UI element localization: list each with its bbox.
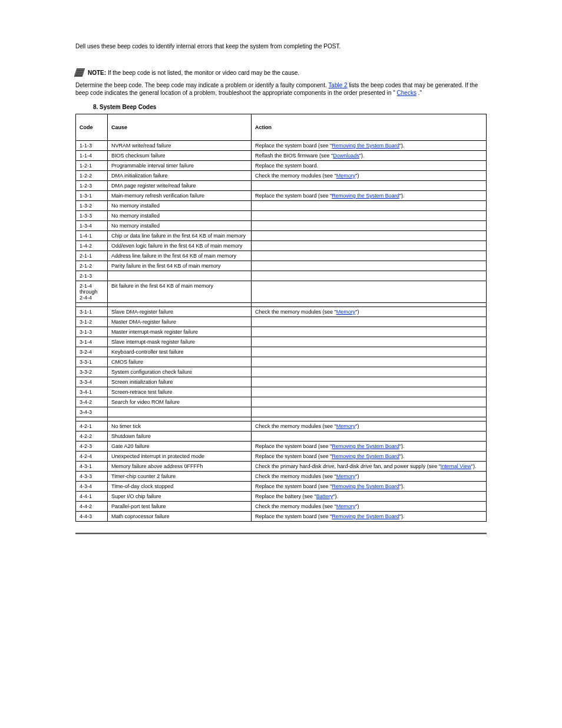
cell-action (252, 221, 487, 231)
cell-action (252, 431, 487, 442)
table-row: 3-3-1CMOS failure (76, 357, 487, 367)
cell-action (252, 201, 487, 211)
cell-cause: Math coprocessor failure (108, 512, 252, 522)
table-row: 1-3-3No memory installed (76, 211, 487, 221)
cell-action (252, 377, 487, 387)
table-row: 1-2-1Programmable interval timer failure… (76, 161, 487, 171)
cell-code: 4-2-2 (76, 431, 108, 442)
cell-code: 1-3-2 (76, 201, 108, 211)
cell-action: Reflash the BIOS firmware (see "Download… (252, 151, 487, 161)
cell-code: 3-1-1 (76, 307, 108, 317)
table-row: 1-3-2No memory installed (76, 201, 487, 211)
table-row: 3-1-1Slave DMA-register failureCheck the… (76, 307, 487, 317)
link-table-2[interactable]: Table 2 (328, 82, 347, 88)
cell-cause: CMOS failure (108, 357, 252, 367)
cell-action: Check the memory modules (see "Memory") (252, 502, 487, 512)
action-link[interactable]: Memory (336, 473, 356, 479)
table-row: 2-1-1Address line failure in the first 6… (76, 251, 487, 261)
action-link[interactable]: Removing the System Board (332, 513, 399, 519)
action-link[interactable]: Memory (336, 503, 356, 509)
table-row: 4-4-3Math coprocessor failureReplace the… (76, 512, 487, 522)
action-link[interactable]: Removing the System Board (332, 453, 399, 459)
cell-code: 4-4-2 (76, 502, 108, 512)
cell-cause: Odd/even logic failure in the first 64 K… (108, 241, 252, 251)
cell-code: 3-1-3 (76, 327, 108, 337)
cell-code: 2-1-1 (76, 251, 108, 261)
table-row: 3-4-2Search for video ROM failure (76, 397, 487, 407)
table-row: 1-2-2DMA initialization failureCheck the… (76, 171, 487, 181)
cell-code: 3-3-2 (76, 367, 108, 377)
table-row (76, 417, 487, 421)
action-link[interactable]: Removing the System Board (332, 193, 399, 199)
cell-code: 3-3-4 (76, 377, 108, 387)
cell-code: 3-3-1 (76, 357, 108, 367)
table-row: 3-4-3 (76, 407, 487, 417)
cell-action (252, 337, 487, 347)
cell-cause (108, 271, 252, 281)
cell-action (252, 241, 487, 251)
cell-action: Replace the battery (see "Battery"). (252, 492, 487, 502)
cell-cause (108, 407, 252, 417)
action-link[interactable]: Memory (336, 423, 356, 429)
action-link[interactable]: Memory (336, 173, 356, 179)
cell-cause: No timer tick (108, 421, 252, 431)
cell-cause: Parity failure in the first 64 KB of mai… (108, 261, 252, 271)
cell-cause: Search for video ROM failure (108, 397, 252, 407)
cell-action: Check the memory modules (see "Memory") (252, 472, 487, 482)
cell-cause: Unexpected interrupt in protected mode (108, 452, 252, 462)
cell-action: Replace the system board (see "Removing … (252, 482, 487, 492)
note-block: NOTE: If the beep code is not listed, th… (75, 68, 487, 78)
table-row: 4-4-1Super I/O chip failureReplace the b… (76, 492, 487, 502)
action-link[interactable]: Battery (316, 493, 333, 499)
cell-code: 4-2-3 (76, 442, 108, 452)
cell-action (252, 211, 487, 221)
cell-cause: Keyboard-controller test failure (108, 347, 252, 357)
action-link[interactable]: Removing the System Board (332, 143, 399, 149)
note-icon (74, 68, 85, 77)
action-link[interactable]: Removing the System Board (332, 483, 399, 489)
table-caption: 8. System Beep Codes (93, 104, 487, 110)
cell-cause: No memory installed (108, 221, 252, 231)
action-link[interactable]: Internal View (441, 463, 471, 469)
cell-cause: Gate A20 failure (108, 442, 252, 452)
cell-cause: DMA initialization failure (108, 171, 252, 181)
cell-cause: Bit failure in the first 64 KB of main m… (108, 281, 252, 303)
cell-action (252, 327, 487, 337)
table-row: 1-1-4BIOS checksum failureReflash the BI… (76, 151, 487, 161)
table-row: 1-3-1Main-memory refresh verification fa… (76, 191, 487, 201)
table-row: 4-2-4Unexpected interrupt in protected m… (76, 452, 487, 462)
cell-cause: Address line failure in the first 64 KB … (108, 251, 252, 261)
cell-cause: Parallel-port test failure (108, 502, 252, 512)
table-row: 4-2-2Shutdown failure (76, 431, 487, 442)
cell-action (252, 397, 487, 407)
table-row: 3-1-2Master DMA-register failure (76, 317, 487, 327)
cell-cause: Master DMA-register failure (108, 317, 252, 327)
cell-code: 3-4-1 (76, 387, 108, 397)
cell-action: Replace the system board (see "Removing … (252, 141, 487, 151)
cell-action (252, 251, 487, 261)
cell-cause: Screen-retrace test failure (108, 387, 252, 397)
cell-action: Check the memory modules (see "Memory") (252, 421, 487, 431)
cell-code: 4-3-3 (76, 472, 108, 482)
divider-bottom (75, 533, 487, 534)
cell-code: 1-4-2 (76, 241, 108, 251)
cell-action: Check the memory modules (see "Memory") (252, 307, 487, 317)
cell-cause: Super I/O chip failure (108, 492, 252, 502)
table-row: 1-1-3NVRAM write/read failureReplace the… (76, 141, 487, 151)
action-link[interactable]: Memory (336, 309, 356, 315)
cell-code: 4-2-4 (76, 452, 108, 462)
intro-paragraph-2: Determine the beep code. The beep code m… (75, 81, 487, 97)
cell-cause: Shutdown failure (108, 431, 252, 442)
table-row: 4-3-1Memory failure above address 0FFFFh… (76, 462, 487, 472)
cell-code: 4-3-1 (76, 462, 108, 472)
table-row: 1-2-3DMA page register write/read failur… (76, 181, 487, 191)
cell-code: 1-4-1 (76, 231, 108, 241)
table-header-code: Code (76, 114, 108, 141)
cell-action (252, 387, 487, 397)
cell-code: 4-2-1 (76, 421, 108, 431)
link-checks[interactable]: Checks (397, 90, 416, 96)
action-link[interactable]: Downloads (333, 153, 359, 159)
table-row: 3-4-1Screen-retrace test failure (76, 387, 487, 397)
cell-code: 3-2-4 (76, 347, 108, 357)
action-link[interactable]: Removing the System Board (332, 443, 399, 449)
